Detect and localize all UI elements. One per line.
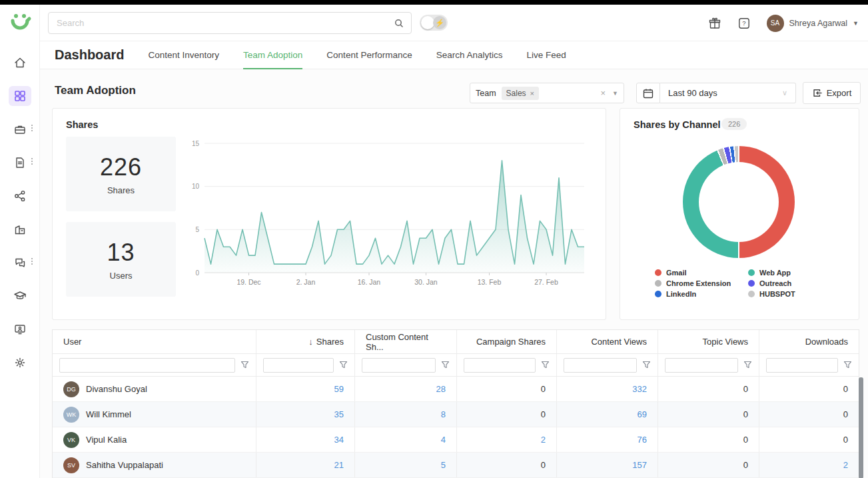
table-row[interactable]: VKVipul Kalia 34 4 2 76 0 0: [53, 427, 859, 453]
filter-dropdown-icon[interactable]: ▼: [612, 90, 618, 97]
tab-content-inventory[interactable]: Content Inventory: [148, 41, 219, 69]
cell-topic-views[interactable]: 0: [658, 402, 759, 427]
sidebar-item-home[interactable]: [9, 53, 31, 73]
tab-team-adoption[interactable]: Team Adoption: [243, 41, 302, 69]
user-menu[interactable]: SA Shreya Agarwal ▼: [767, 15, 859, 32]
column-header-shares[interactable]: ↓Shares: [256, 330, 355, 353]
chip-close-icon[interactable]: ×: [530, 89, 534, 97]
cell-campaign-shares[interactable]: 0: [457, 402, 557, 427]
legend-dot: [748, 269, 755, 276]
tab-live-feed[interactable]: Live Feed: [527, 41, 566, 69]
column-header-topic-views[interactable]: Topic Views: [658, 330, 759, 353]
help-icon[interactable]: ?: [737, 17, 751, 30]
overflow-dots-icon[interactable]: [31, 258, 33, 265]
filter-input-content-views[interactable]: [564, 358, 637, 373]
cell-custom-content-shares[interactable]: 28: [355, 377, 457, 401]
search-icon[interactable]: [387, 18, 411, 29]
cell-topic-views[interactable]: 0: [658, 377, 759, 401]
table-row[interactable]: SVSahitha Vuppalapati 21 5 0 157 0 2: [53, 453, 859, 478]
cell-downloads[interactable]: 0: [759, 427, 859, 452]
export-button[interactable]: Export: [803, 82, 861, 104]
filter-clear-icon[interactable]: ×: [600, 88, 606, 98]
gift-icon[interactable]: [708, 17, 721, 30]
cell-custom-content-shares[interactable]: 8: [355, 402, 457, 427]
funnel-icon[interactable]: [642, 361, 651, 369]
app-logo-smiley-icon[interactable]: [8, 10, 32, 34]
overflow-dots-icon[interactable]: [31, 125, 33, 131]
calendar-button[interactable]: [636, 83, 660, 103]
row-avatar: VK: [63, 432, 79, 448]
export-icon: [812, 88, 822, 98]
legend-item[interactable]: LinkedIn: [655, 290, 748, 298]
cell-campaign-shares[interactable]: 0: [457, 453, 557, 477]
funnel-icon[interactable]: [541, 361, 550, 369]
legend-item[interactable]: Chrome Extension: [655, 279, 748, 287]
sidebar-item-workspace[interactable]: [9, 119, 31, 139]
sidebar-item-screen[interactable]: [9, 319, 31, 339]
overflow-dots-icon[interactable]: [31, 158, 33, 165]
filter-input-custom-content-shares[interactable]: [362, 358, 436, 373]
cell-content-views[interactable]: 76: [557, 427, 658, 452]
sidebar-item-dashboard[interactable]: [9, 86, 31, 106]
legend-item[interactable]: Gmail: [655, 269, 748, 277]
date-range-select[interactable]: Last 90 days ∨: [660, 83, 796, 103]
cell-content-views[interactable]: 332: [557, 377, 658, 401]
cell-custom-content-shares[interactable]: 5: [355, 453, 457, 477]
column-header-content-views[interactable]: Content Views: [557, 330, 658, 353]
sidebar-item-learning[interactable]: [9, 286, 31, 306]
tab-search-analytics[interactable]: Search Analytics: [436, 41, 503, 69]
column-header-custom-content-shares[interactable]: Custom Content Sh...: [355, 330, 457, 353]
sidebar-item-conversations[interactable]: [9, 253, 31, 273]
sidebar-item-company[interactable]: [9, 219, 31, 239]
table-scrollbar[interactable]: [859, 377, 863, 478]
nav-tabs: Content Inventory Team Adoption Content …: [148, 41, 566, 69]
sidebar-item-settings[interactable]: [9, 353, 31, 373]
cell-campaign-shares[interactable]: 0: [457, 377, 557, 401]
legend-dot: [655, 280, 661, 287]
cell-shares[interactable]: 59: [256, 377, 355, 401]
sidebar-item-share[interactable]: [9, 186, 31, 206]
x-tick-label: 13. Feb: [478, 278, 502, 286]
column-header-campaign-shares[interactable]: Campaign Shares: [457, 330, 557, 353]
cell-content-views[interactable]: 157: [557, 453, 658, 477]
team-filter-chip[interactable]: Sales ×: [502, 87, 539, 100]
filter-input-topic-views[interactable]: [665, 358, 738, 373]
filter-input-campaign-shares[interactable]: [464, 358, 536, 373]
funnel-icon[interactable]: [843, 361, 852, 369]
cell-custom-content-shares[interactable]: 4: [355, 427, 457, 452]
legend-item[interactable]: Outreach: [748, 279, 795, 287]
funnel-icon[interactable]: [743, 361, 752, 369]
cell-content-views[interactable]: 69: [557, 402, 658, 427]
cell-campaign-shares[interactable]: 2: [457, 427, 557, 452]
sidebar-item-content[interactable]: [9, 153, 31, 173]
channel-donut-chart[interactable]: [683, 146, 795, 258]
team-filter[interactable]: Team Sales × × ▼: [470, 83, 624, 103]
cell-downloads[interactable]: 0: [759, 402, 859, 427]
buildings-icon: [13, 223, 27, 236]
cell-shares[interactable]: 34: [256, 427, 355, 452]
cell-downloads[interactable]: 0: [759, 377, 859, 401]
cell-shares[interactable]: 35: [256, 402, 355, 427]
cell-shares[interactable]: 21: [256, 453, 355, 477]
filter-input-shares[interactable]: [263, 358, 334, 373]
boost-toggle[interactable]: ⚡: [420, 15, 448, 31]
filter-input-downloads[interactable]: [766, 358, 838, 373]
cell-topic-views[interactable]: 0: [658, 427, 759, 452]
table-row[interactable]: WKWill Kimmel 35 8 0 69 0 0: [53, 402, 859, 427]
funnel-icon[interactable]: [339, 361, 348, 369]
filter-input-user[interactable]: [59, 358, 235, 373]
funnel-icon[interactable]: [441, 361, 450, 369]
svg-text:?: ?: [742, 19, 745, 27]
column-header-downloads[interactable]: Downloads: [759, 330, 859, 353]
column-header-user[interactable]: User: [53, 330, 256, 353]
search-input[interactable]: [49, 18, 387, 28]
funnel-icon[interactable]: [240, 361, 249, 369]
legend-item[interactable]: Web App: [748, 269, 795, 277]
tab-content-performance[interactable]: Content Performance: [326, 41, 412, 69]
legend-item[interactable]: HUBSPOT: [748, 290, 795, 298]
gear-icon: [13, 356, 27, 369]
cell-topic-views[interactable]: 0: [658, 453, 759, 477]
shares-area-chart: 05101519. Dec2. Jan16. Jan30. Jan13. Feb…: [186, 135, 595, 291]
table-row[interactable]: DGDivanshu Goyal 59 28 0 332 0 0: [53, 377, 859, 402]
cell-downloads[interactable]: 2: [759, 453, 859, 477]
